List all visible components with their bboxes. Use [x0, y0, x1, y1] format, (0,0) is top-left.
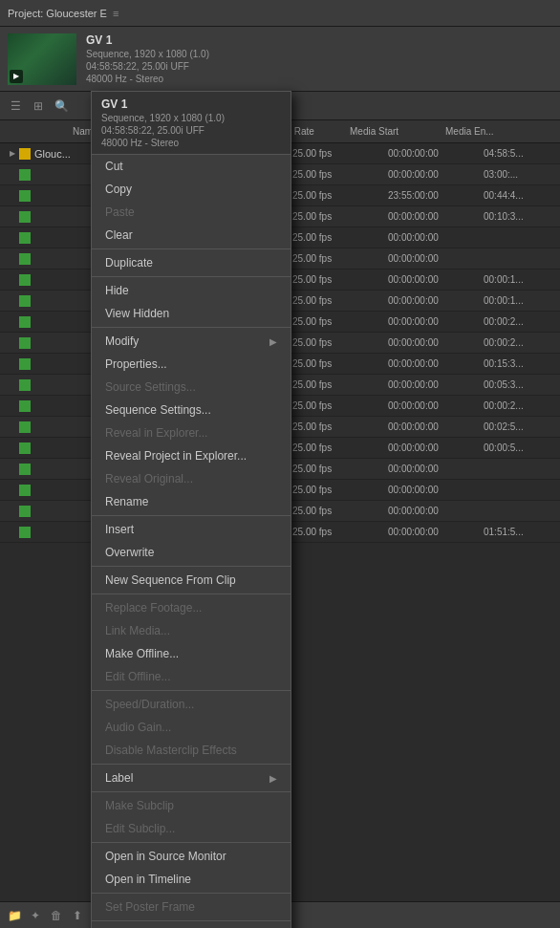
menu-item-disable_masterclip: Disable Masterclip Effects: [92, 739, 291, 762]
row-media-start: 23:55:00:00: [388, 190, 484, 201]
menu-item-label: Overwrite: [105, 546, 154, 559]
row-media-end: 00:44:4...: [484, 190, 560, 201]
menu-item-link_media: Link Media...: [92, 619, 291, 642]
menu-item-open_source[interactable]: Open in Source Monitor: [92, 845, 291, 868]
menu-divider: [92, 920, 291, 921]
menu-item-hide[interactable]: Hide: [92, 279, 291, 302]
menu-divider: [92, 791, 291, 792]
row-media-start: 00:00:00:00: [388, 148, 484, 159]
menu-item-label: Label: [105, 771, 133, 785]
row-media-start: 00:00:00:00: [388, 400, 484, 411]
row-frame-rate: 25.00 fps: [292, 527, 388, 537]
row-media-start: 00:00:00:00: [388, 506, 484, 516]
menu-item-cut[interactable]: Cut: [92, 155, 291, 178]
menu-icon[interactable]: ≡: [113, 8, 118, 19]
menu-item-open_timeline[interactable]: Open in Timeline: [92, 868, 291, 891]
menu-item-new_sequence[interactable]: New Sequence From Clip: [92, 569, 291, 592]
menu-item-properties[interactable]: Properties...: [92, 353, 291, 376]
menu-item-label: Source Settings...: [105, 380, 196, 394]
menu-item-overwrite[interactable]: Overwrite: [92, 541, 291, 564]
clip-thumbnail: ▶: [8, 33, 76, 85]
menu-item-label: New Sequence From Clip: [105, 573, 236, 587]
menu-item-label: Reveal in Explorer...: [105, 426, 207, 440]
row-media-start: 00:00:00:00: [388, 274, 484, 285]
list-view-icon[interactable]: ☰: [6, 97, 25, 116]
menu-item-duplicate[interactable]: Duplicate: [92, 251, 291, 274]
search-icon[interactable]: 🔍: [52, 97, 71, 116]
menu-item-reveal_project[interactable]: Reveal Project in Explorer...: [92, 444, 291, 467]
row-media-end: 00:02:5...: [484, 421, 560, 432]
row-frame-rate: 25.00 fps: [292, 316, 388, 327]
menu-divider: [92, 764, 291, 765]
menu-item-label[interactable]: Label▶: [92, 766, 291, 789]
clip-icon: [19, 464, 31, 475]
clip-name: GV 1: [86, 33, 209, 47]
menu-item-source_settings: Source Settings...: [92, 376, 291, 399]
menu-item-view_hidden[interactable]: View Hidden: [92, 302, 291, 325]
expand-arrow-icon[interactable]: ▶: [8, 149, 17, 159]
menu-item-speed_duration: Speed/Duration...: [92, 693, 291, 716]
new-bin-icon[interactable]: 📁: [6, 907, 23, 924]
new-item-icon[interactable]: ✦: [27, 907, 44, 924]
menu-item-label: Sequence Settings...: [105, 403, 211, 417]
row-frame-rate: 25.00 fps: [292, 379, 388, 390]
row-media-end: 03:00:...: [484, 169, 560, 180]
row-media-start: 00:00:00:00: [388, 337, 484, 348]
menu-item-label: Audio Gain...: [105, 721, 171, 734]
menu-item-rename[interactable]: Rename: [92, 490, 291, 513]
menu-item-make_offline[interactable]: Make Offline...: [92, 642, 291, 665]
menu-item-label: Replace Footage...: [105, 601, 202, 615]
menu-item-label: Duplicate: [105, 256, 153, 270]
menu-item-paste: Paste: [92, 201, 291, 224]
menu-item-clear[interactable]: Clear: [92, 224, 291, 247]
clip-timecode: 04:58:58:22, 25.00i UFF: [86, 61, 209, 72]
menu-item-modify[interactable]: Modify▶: [92, 330, 291, 353]
menu-item-set_poster: Set Poster Frame: [92, 896, 291, 918]
ctx-clip-name: GV 1: [101, 97, 281, 111]
row-frame-rate: 25.00 fps: [292, 464, 388, 474]
menu-item-label: Disable Masterclip Effects: [105, 744, 237, 757]
row-media-start: 00:00:00:00: [388, 358, 484, 369]
clip-icon: [19, 211, 31, 223]
menu-item-sequence_settings[interactable]: Sequence Settings...: [92, 399, 291, 421]
col-me-header[interactable]: Media En...: [440, 126, 516, 137]
sequence-icon: [19, 148, 31, 160]
menu-item-copy[interactable]: Copy: [92, 178, 291, 201]
row-frame-rate: 25.00 fps: [292, 506, 388, 516]
row-frame-rate: 25.00 fps: [292, 400, 388, 411]
clip-icon: [19, 421, 31, 433]
submenu-arrow-icon: ▶: [269, 773, 277, 784]
project-header: Project: Gloucester E ≡: [0, 0, 560, 27]
icon-view-icon[interactable]: ⊞: [29, 97, 48, 116]
menu-item-label: Make Subclip: [105, 799, 174, 812]
clip-icon: [19, 358, 31, 370]
menu-item-insert[interactable]: Insert: [92, 518, 291, 541]
ctx-clip-header: GV 1 Sequence, 1920 x 1080 (1.0) 04:58:5…: [92, 92, 291, 155]
ctx-clip-audio: 48000 Hz - Stereo: [101, 138, 281, 148]
row-media-start: 00:00:00:00: [388, 464, 484, 474]
clip-icon: [19, 527, 31, 538]
project-title: Project: Gloucester E: [8, 8, 107, 19]
menu-divider: [92, 276, 291, 277]
row-media-start: 00:00:00:00: [388, 527, 484, 537]
clip-icon: [19, 190, 31, 202]
menu-item-label: View Hidden: [105, 307, 169, 320]
row-media-start: 00:00:00:00: [388, 295, 484, 306]
expand-icon[interactable]: ⬆: [69, 907, 86, 924]
row-media-start: 00:00:00:00: [388, 253, 484, 264]
play-icon[interactable]: ▶: [10, 70, 23, 83]
menu-item-label: Hide: [105, 284, 129, 297]
delete-icon[interactable]: 🗑: [48, 907, 65, 924]
row-frame-rate: 25.00 fps: [292, 295, 388, 306]
row-media-start: 00:00:00:00: [388, 232, 484, 243]
row-media-end: 04:58:5...: [484, 148, 560, 159]
col-ms-header[interactable]: Media Start: [344, 126, 440, 137]
row-media-start: 00:00:00:00: [388, 169, 484, 180]
row-media-start: 00:00:00:00: [388, 211, 484, 222]
menu-divider: [92, 515, 291, 516]
clip-icon: [19, 253, 31, 265]
row-frame-rate: 25.00 fps: [292, 253, 388, 264]
menu-divider: [92, 690, 291, 691]
menu-divider: [92, 248, 291, 249]
menu-item-label: Edit Offline...: [105, 670, 170, 683]
